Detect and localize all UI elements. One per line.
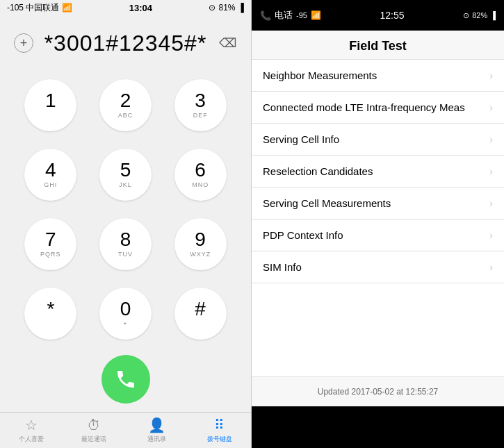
left-time: 13:04 xyxy=(129,3,152,13)
key-0-button[interactable]: 0 + xyxy=(99,288,152,340)
key-sub-4: JKL xyxy=(119,181,132,190)
dial-display: *3001#12345#* xyxy=(40,31,211,56)
nav-label-2: 通讯录 xyxy=(147,435,166,444)
menu-chevron-5: › xyxy=(489,230,493,241)
menu-item-4[interactable]: Serving Cell Measurements › xyxy=(252,188,504,219)
key-sub-6: PQRS xyxy=(40,251,61,259)
left-status-bar: -105 中国联通 📶 13:04 ⊙ 81% ▐ xyxy=(0,0,251,15)
right-time: 12:55 xyxy=(380,10,405,21)
key-sub-1: ABC xyxy=(118,112,133,120)
left-carrier-info: -105 中国联通 📶 xyxy=(7,2,72,14)
key-main-11: # xyxy=(195,299,206,320)
key-main-9: * xyxy=(47,299,54,320)
key-2-button[interactable]: 2 ABC xyxy=(99,79,152,131)
right-panel: 📞 电话 -95 📶 12:55 ⊙ 82% ▐ Field Test Neig… xyxy=(252,0,504,448)
phone-label: 📞 xyxy=(260,10,271,21)
menu-item-1[interactable]: Connected mode LTE Intra-frequency Meas … xyxy=(252,92,504,124)
key-9-button[interactable]: 9 WXYZ xyxy=(174,218,227,270)
delete-button[interactable]: ⌫ xyxy=(218,33,237,53)
menu-item-label-3: Reselection Candidates xyxy=(263,165,373,177)
menu-list: Neighbor Measurements › Connected mode L… xyxy=(252,60,504,376)
left-battery-icon: ▐ xyxy=(238,3,244,13)
menu-item-6[interactable]: SIM Info › xyxy=(252,251,504,283)
menu-item-label-4: Serving Cell Measurements xyxy=(263,197,391,209)
key-6-button[interactable]: 6 MNO xyxy=(174,149,227,201)
menu-item-5[interactable]: PDP Context Info › xyxy=(252,219,504,251)
nav-icon-2: 👤 xyxy=(148,417,165,433)
left-camera-icon: ⊙ xyxy=(209,3,216,13)
left-battery-info: ⊙ 81% ▐ xyxy=(209,3,244,13)
menu-chevron-6: › xyxy=(489,262,493,273)
menu-item-2[interactable]: Serving Cell Info › xyxy=(252,124,504,156)
call-button[interactable] xyxy=(101,355,150,404)
right-battery-area: ⊙ 82% ▐ xyxy=(463,11,496,20)
menu-item-label-2: Serving Cell Info xyxy=(263,133,339,145)
right-wifi-icon: 📶 xyxy=(311,10,321,20)
update-footer: Updated 2017-05-02 at 12:55:27 xyxy=(252,376,504,406)
left-wifi-icon: 📶 xyxy=(62,3,72,13)
menu-item-3[interactable]: Reselection Candidates › xyxy=(252,156,504,188)
key-7-button[interactable]: 7 PQRS xyxy=(24,218,76,270)
left-battery-percent: 81% xyxy=(218,3,235,13)
key-1-button[interactable]: 1 xyxy=(24,79,76,131)
right-signal: -95 xyxy=(296,11,307,19)
key-4-button[interactable]: 4 GHI xyxy=(24,149,76,201)
key-sub-7: TUV xyxy=(118,251,133,259)
menu-chevron-3: › xyxy=(489,166,493,177)
menu-item-label-6: SIM Info xyxy=(263,261,302,273)
bottom-nav: ☆ 个人喜爱 ⏱ 最近通话 👤 通讯录 ⠿ 拨号键盘 xyxy=(0,412,251,448)
menu-item-label-5: PDP Context Info xyxy=(263,229,343,241)
nav-icon-0: ☆ xyxy=(25,417,38,433)
menu-item-label-1: Connected mode LTE Intra-frequency Meas xyxy=(263,101,465,113)
field-test-title-bar: Field Test xyxy=(252,31,504,60)
field-test-title: Field Test xyxy=(252,39,504,53)
update-text: Updated 2017-05-02 at 12:55:27 xyxy=(318,387,438,397)
right-carrier-label: 电话 xyxy=(275,9,293,22)
key-main-2: 3 xyxy=(195,90,206,112)
nav-item-2[interactable]: 👤 通讯录 xyxy=(126,413,188,448)
key-sub-3: GHI xyxy=(44,181,57,190)
key-sub-5: MNO xyxy=(192,181,209,190)
key-star-button[interactable]: * xyxy=(24,288,76,340)
menu-chevron-4: › xyxy=(489,198,493,209)
menu-chevron-1: › xyxy=(489,102,493,113)
nav-icon-1: ⏱ xyxy=(87,417,101,433)
left-carrier: -105 中国联通 xyxy=(7,2,59,14)
key-main-0: 1 xyxy=(45,90,56,112)
right-battery-percent: 82% xyxy=(472,11,487,19)
key-main-4: 5 xyxy=(120,160,131,181)
nav-icon-3: ⠿ xyxy=(214,417,225,433)
nav-label-3: 拨号键盘 xyxy=(207,435,232,444)
nav-item-0[interactable]: ☆ 个人喜爱 xyxy=(0,413,63,448)
black-bar xyxy=(252,406,504,448)
key-main-7: 8 xyxy=(120,229,131,251)
right-camera-icon: ⊙ xyxy=(463,11,469,20)
keypad: 1 2 ABC 3 DEF 4 GHI 5 JKL 6 MNO 7 PQRS 8… xyxy=(0,71,251,351)
nav-label-1: 最近通话 xyxy=(81,435,106,444)
menu-chevron-0: › xyxy=(489,70,493,81)
nav-item-1[interactable]: ⏱ 最近通话 xyxy=(63,413,125,448)
key-main-1: 2 xyxy=(120,90,131,112)
key-main-8: 9 xyxy=(195,229,206,251)
key-main-6: 7 xyxy=(45,229,56,251)
key-3-button[interactable]: 3 DEF xyxy=(174,79,227,131)
menu-item-0[interactable]: Neighbor Measurements › xyxy=(252,60,504,92)
key-main-10: 0 xyxy=(120,299,131,320)
nav-label-0: 个人喜爱 xyxy=(19,435,44,444)
key-5-button[interactable]: 5 JKL xyxy=(99,149,152,201)
delete-icon: ⌫ xyxy=(219,35,236,51)
dial-input-area: + *3001#12345#* ⌫ xyxy=(0,15,251,71)
menu-item-label-0: Neighbor Measurements xyxy=(263,69,377,81)
call-btn-row xyxy=(0,351,251,412)
nav-item-3[interactable]: ⠿ 拨号键盘 xyxy=(188,413,251,448)
right-status-left: 📞 电话 -95 📶 xyxy=(260,9,321,22)
key-main-5: 6 xyxy=(195,160,206,181)
key-sub-2: DEF xyxy=(193,112,208,120)
plus-icon: + xyxy=(20,36,28,51)
key-sub-10: + xyxy=(123,320,127,329)
right-battery-icon: ▐ xyxy=(490,11,496,19)
add-contact-button[interactable]: + xyxy=(14,33,33,53)
key-sub-8: WXYZ xyxy=(190,251,211,259)
key-8-button[interactable]: 8 TUV xyxy=(99,218,152,270)
key-hash-button[interactable]: # xyxy=(174,288,227,340)
